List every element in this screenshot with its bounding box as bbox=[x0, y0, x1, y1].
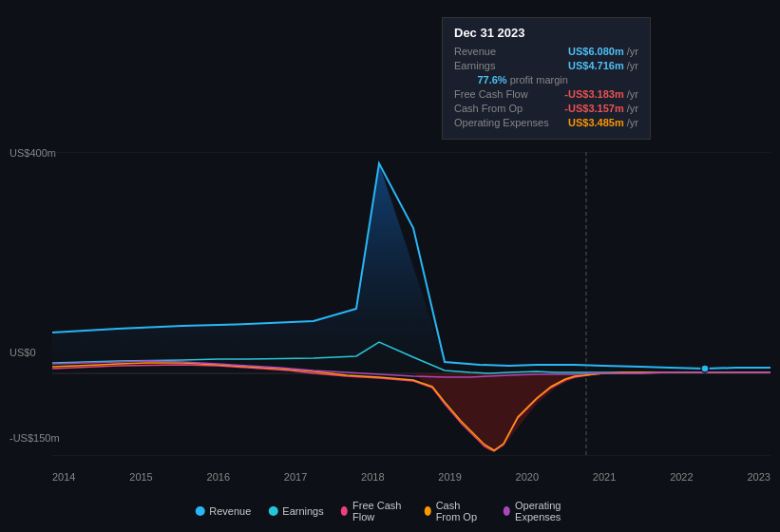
y-label-top: US$400m bbox=[10, 147, 56, 159]
legend-label-earnings: Earnings bbox=[282, 505, 323, 517]
profit-margin: 77.6% profit margin bbox=[454, 74, 638, 86]
main-chart-svg bbox=[52, 152, 770, 456]
svg-point-5 bbox=[701, 365, 709, 372]
tooltip-label-revenue: Revenue bbox=[454, 46, 496, 57]
legend-item-fcf[interactable]: Free Cash Flow bbox=[341, 500, 408, 522]
legend-item-revenue[interactable]: Revenue bbox=[195, 505, 251, 517]
legend-label-opex: Operating Expenses bbox=[515, 500, 585, 522]
tooltip-date: Dec 31 2023 bbox=[454, 26, 638, 40]
tooltip-row-revenue: Revenue US$6.080m /yr bbox=[454, 46, 638, 57]
tooltip-value-revenue: US$6.080m /yr bbox=[568, 46, 638, 57]
x-label-2015: 2015 bbox=[129, 471, 152, 483]
tooltip-label-earnings: Earnings bbox=[454, 60, 495, 71]
legend-label-revenue: Revenue bbox=[209, 505, 251, 517]
y-label-mid: US$0 bbox=[10, 347, 36, 358]
tooltip-label-fcf: Free Cash Flow bbox=[454, 88, 528, 100]
tooltip-label-cashfromop: Cash From Op bbox=[454, 103, 523, 114]
tooltip-row-cashfromop: Cash From Op -US$3.157m /yr bbox=[454, 103, 638, 114]
x-label-2017: 2017 bbox=[284, 471, 307, 483]
chart-legend: Revenue Earnings Free Cash Flow Cash Fro… bbox=[195, 500, 585, 522]
tooltip-row-opex: Operating Expenses US$3.485m /yr bbox=[454, 117, 638, 128]
x-label-2020: 2020 bbox=[516, 471, 539, 483]
legend-dot-revenue bbox=[195, 506, 204, 516]
x-label-2014: 2014 bbox=[52, 471, 75, 483]
tooltip-value-fcf: -US$3.183m /yr bbox=[564, 88, 638, 100]
legend-item-earnings[interactable]: Earnings bbox=[268, 505, 323, 517]
tooltip-value-earnings: US$4.716m /yr bbox=[568, 60, 638, 71]
tooltip-row-fcf: Free Cash Flow -US$3.183m /yr bbox=[454, 88, 638, 100]
legend-item-cashfromop[interactable]: Cash From Op bbox=[424, 500, 485, 522]
x-label-2018: 2018 bbox=[361, 471, 384, 483]
x-label-2021: 2021 bbox=[593, 471, 616, 483]
legend-dot-cashfromop bbox=[424, 506, 430, 516]
legend-dot-fcf bbox=[341, 506, 348, 516]
legend-dot-opex bbox=[504, 506, 510, 516]
tooltip-value-opex: US$3.485m /yr bbox=[568, 117, 638, 128]
legend-label-cashfromop: Cash From Op bbox=[436, 500, 486, 522]
x-label-2022: 2022 bbox=[670, 471, 693, 483]
tooltip-box: Dec 31 2023 Revenue US$6.080m /yr Earnin… bbox=[442, 17, 651, 140]
tooltip-label-opex: Operating Expenses bbox=[454, 117, 549, 128]
tooltip-row-earnings: Earnings US$4.716m /yr bbox=[454, 60, 638, 71]
chart-container: Dec 31 2023 Revenue US$6.080m /yr Earnin… bbox=[0, 0, 780, 532]
x-axis-labels: 2014 2015 2016 2017 2018 2019 2020 2021 … bbox=[52, 471, 770, 483]
legend-label-fcf: Free Cash Flow bbox=[352, 500, 407, 522]
x-label-2023: 2023 bbox=[747, 471, 770, 483]
x-label-2019: 2019 bbox=[438, 471, 461, 483]
legend-item-opex[interactable]: Operating Expenses bbox=[504, 500, 585, 522]
tooltip-value-cashfromop: -US$3.157m /yr bbox=[564, 103, 638, 114]
x-label-2016: 2016 bbox=[207, 471, 230, 483]
legend-dot-earnings bbox=[268, 506, 277, 516]
